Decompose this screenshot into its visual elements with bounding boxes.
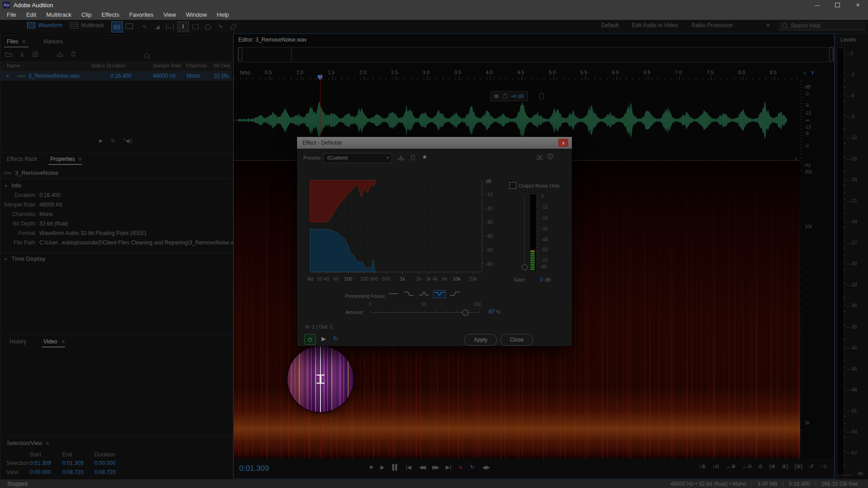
view-duration[interactable]: 0:08.720 — [94, 469, 116, 475]
file-row[interactable]: ▸ 3_RemoveNoise.wav 0:16.400 48000 Hz Mo… — [0, 71, 232, 81]
tab-effects-rack[interactable]: Effects Rack — [7, 156, 37, 162]
gain-value[interactable]: 0 — [540, 277, 543, 282]
preview-loop-button[interactable]: ↻ — [333, 335, 338, 342]
apply-button[interactable]: Apply — [464, 334, 497, 346]
preview-autoplay-icon[interactable]: *◀)) — [123, 138, 132, 144]
selection-start[interactable]: 0:01.309 — [30, 460, 51, 466]
preset-select[interactable]: (Custom) ▾ — [323, 153, 392, 163]
properties-menu-icon[interactable]: ≡ — [78, 156, 81, 162]
focus-notch-button[interactable] — [434, 291, 445, 298]
zoom-selection-button[interactable]: {⊕} — [794, 463, 802, 469]
stop-button[interactable]: ■ — [369, 464, 373, 470]
menu-favorites[interactable]: Favorites — [124, 10, 158, 19]
minimize-button[interactable]: — — [807, 0, 827, 10]
refresh-zoom-button[interactable]: ↺ — [809, 463, 814, 469]
record-button[interactable]: ● — [459, 464, 462, 470]
spot-healing-brush-tool[interactable] — [228, 22, 239, 32]
workspace-edit-audio-to-video[interactable]: Edit Audio to Video — [632, 22, 678, 28]
focus-low-cut-button[interactable] — [449, 291, 461, 298]
menu-clip[interactable]: Clip — [76, 10, 96, 19]
workspace-radio-production[interactable]: Radio Production — [691, 22, 733, 28]
skip-selection-button[interactable]: ◀▶ — [482, 464, 489, 470]
focus-flat-button[interactable] — [387, 291, 399, 298]
favorite-star-icon[interactable]: ★ — [422, 153, 428, 160]
video-menu-icon[interactable]: ≡ — [61, 338, 65, 345]
playback-time-display[interactable]: 0:01.309 — [239, 464, 269, 473]
help-search-field[interactable]: Search Help — [778, 21, 865, 30]
new-file-icon[interactable] — [32, 52, 39, 57]
open-folder-icon[interactable] — [5, 52, 12, 57]
time-selection-tool[interactable]: I — [177, 21, 189, 32]
multitrack-view-button[interactable]: Multitrack — [70, 22, 104, 28]
close-effect-button[interactable]: Close — [500, 334, 533, 346]
zoom-vertical-disabled-button[interactable]: ↕⊕ — [820, 463, 827, 469]
gain-slider-knob[interactable] — [522, 264, 528, 270]
preview-play-icon[interactable]: ▶ — [99, 138, 103, 144]
view-start[interactable]: 0:00.000 — [30, 469, 51, 475]
hud-gain-value[interactable]: +0 dB — [511, 94, 524, 99]
dialog-title-bar[interactable]: Effect - DeNoise x — [297, 137, 572, 149]
headphones-icon[interactable]: ∩ — [803, 70, 807, 75]
expand-icon[interactable]: ▸ — [7, 73, 9, 78]
tab-video[interactable]: Video — [43, 338, 57, 345]
editor-tab-label[interactable]: Editor: 3_RemoveNoise.wav — [238, 37, 307, 43]
zoom-out-vertical-button[interactable]: ↕⊖ — [712, 463, 719, 469]
pause-button[interactable]: ▌▌ — [392, 464, 398, 470]
skip-to-start-button[interactable]: |◀ — [406, 464, 411, 470]
trash-icon[interactable] — [70, 51, 76, 57]
rewind-button[interactable]: ◀◀ — [419, 464, 425, 470]
files-col-sample-rate[interactable]: Sample Rate — [153, 63, 182, 68]
preview-play-button[interactable]: ▶ — [321, 335, 326, 342]
splitter-chevron-icon[interactable]: ▾ — [795, 156, 797, 161]
editor-menu-icon[interactable]: ≡ — [287, 37, 290, 43]
close-button[interactable]: × — [848, 0, 868, 10]
hud-pin-icon[interactable] — [539, 93, 543, 99]
info-icon[interactable]: ⓘ — [547, 153, 553, 161]
import-file-icon[interactable] — [19, 52, 26, 57]
tab-files[interactable]: Files — [7, 38, 18, 45]
amount-value[interactable]: 87 — [489, 309, 495, 315]
selection-duration[interactable]: 0:00.000 — [94, 460, 116, 466]
levels-meter[interactable] — [837, 47, 844, 478]
view-end[interactable]: 0:08.720 — [62, 469, 84, 475]
menu-edit[interactable]: Edit — [21, 10, 41, 19]
maximize-button[interactable] — [827, 0, 848, 10]
levels-range-slider[interactable] — [838, 475, 852, 475]
zoom-out-point-button[interactable]: ⊕} — [782, 463, 788, 469]
menu-help[interactable]: Help — [212, 10, 234, 19]
preview-loop-icon[interactable]: ↻ — [111, 138, 115, 144]
files-col-bit-dep[interactable]: Bit Dep — [214, 63, 230, 68]
amount-slider-knob[interactable] — [462, 310, 468, 316]
loop-playback-button[interactable]: ↻ — [470, 464, 474, 470]
zoom-reset-button[interactable]: ⊘ — [758, 463, 763, 469]
info-section-header[interactable]: ▾ Info — [5, 182, 21, 189]
focus-bell-button[interactable] — [418, 291, 430, 298]
overview-right-handle[interactable] — [829, 47, 833, 61]
hud-knob-icon[interactable] — [502, 94, 508, 99]
tab-history[interactable]: History — [9, 338, 26, 345]
output-noise-only-checkbox[interactable] — [509, 182, 516, 189]
menu-window[interactable]: Window — [181, 10, 212, 19]
denoise-graph[interactable]: Hz3040601002003005001k2k3k4k6k10k20kdB-1… — [306, 177, 505, 287]
dialog-close-icon[interactable]: x — [558, 139, 568, 147]
files-panel-menu-icon[interactable]: ≡ — [22, 38, 25, 45]
routing-y-icon[interactable]: Y — [811, 70, 814, 75]
workspace-overflow-button[interactable]: » — [766, 21, 770, 28]
selection-view-menu-icon[interactable]: ≡ — [46, 440, 49, 446]
razor-tool[interactable]: ◢ — [152, 22, 163, 32]
fast-forward-button[interactable]: ▶▶ — [432, 464, 438, 470]
time-display-section-header[interactable]: ▸ Time Display — [5, 255, 45, 262]
menu-view[interactable]: View — [158, 10, 181, 19]
zoom-in-horizontal-button[interactable]: ↔⊕ — [726, 463, 736, 469]
zoom-in-vertical-button[interactable]: ↕⊕ — [698, 463, 706, 469]
menu-effects[interactable]: Effects — [96, 10, 124, 19]
files-col-name[interactable]: Name ↑ — [7, 63, 24, 68]
show-waveform-toggle[interactable] — [111, 21, 123, 33]
move-tool[interactable]: ⇖ — [139, 22, 150, 32]
slip-tool[interactable]: |↔| — [165, 22, 175, 32]
files-col-channels[interactable]: Channels — [186, 63, 207, 68]
marquee-selection-tool[interactable] — [190, 22, 201, 32]
show-spectral-toggle[interactable] — [124, 21, 135, 31]
menu-file[interactable]: File — [2, 10, 21, 19]
overview-strip[interactable] — [238, 47, 834, 62]
